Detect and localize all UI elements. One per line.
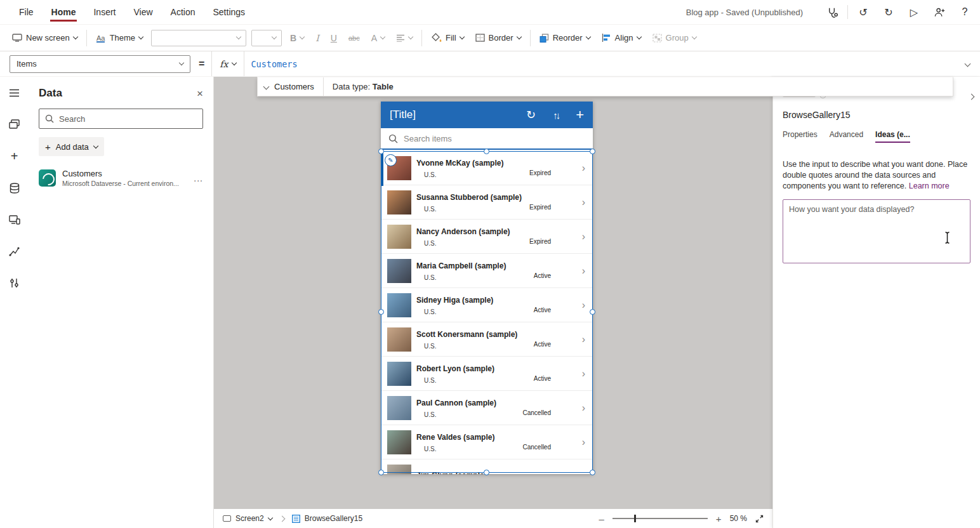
chevron-right-icon[interactable]: › bbox=[582, 300, 585, 311]
controls-settings-icon[interactable] bbox=[0, 267, 29, 299]
edit-item-pencil-icon[interactable]: ✎ bbox=[385, 154, 397, 166]
formula-bar-expand-button[interactable] bbox=[955, 51, 980, 76]
fill-button[interactable]: Fill bbox=[425, 28, 470, 48]
resize-handle-bottom-left[interactable] bbox=[378, 470, 384, 475]
theme-button[interactable]: Aa Theme bbox=[90, 28, 149, 48]
property-select[interactable]: Items bbox=[10, 55, 190, 73]
insert-icon[interactable]: + bbox=[0, 140, 29, 172]
right-panel-tab[interactable]: Properties bbox=[783, 130, 818, 143]
right-panel-tab[interactable]: Advanced bbox=[830, 130, 863, 143]
design-canvas[interactable]: [Title] ↻ ↑↓ + Search items Yvonne McKay… bbox=[214, 77, 772, 528]
bold-button[interactable]: B bbox=[284, 28, 310, 48]
resize-handle-top-middle[interactable] bbox=[484, 148, 489, 154]
chevron-right-icon[interactable]: › bbox=[582, 162, 585, 174]
add-data-button[interactable]: + Add data bbox=[39, 137, 104, 156]
menu-item[interactable]: Home bbox=[43, 0, 85, 24]
app-search-bar[interactable]: Search items bbox=[381, 128, 593, 150]
font-color-button[interactable]: A bbox=[366, 28, 390, 48]
add-item-icon[interactable]: + bbox=[576, 108, 584, 122]
refresh-icon[interactable]: ↻ bbox=[526, 109, 536, 121]
underline-button[interactable]: U bbox=[325, 28, 343, 48]
ideas-input[interactable] bbox=[783, 199, 970, 263]
resize-handle-middle-left[interactable] bbox=[378, 309, 384, 315]
gallery-item-text: Scott Konersmann (sample) U.S. bbox=[416, 329, 517, 350]
app-title-label[interactable]: [Title] bbox=[390, 109, 416, 121]
chevron-right-icon[interactable]: › bbox=[582, 197, 585, 208]
zoom-slider[interactable] bbox=[612, 518, 708, 519]
font-size-select[interactable] bbox=[251, 30, 282, 46]
resize-handle-middle-right[interactable] bbox=[590, 309, 595, 315]
resize-handle-bottom-middle[interactable] bbox=[484, 470, 489, 475]
app-checker-icon[interactable] bbox=[819, 0, 845, 24]
menu-item[interactable]: View bbox=[124, 0, 161, 24]
resize-handle-top-right[interactable] bbox=[590, 148, 595, 154]
formula-input[interactable]: Customers bbox=[244, 51, 955, 76]
gallery-item-row[interactable]: Paul Cannon (sample) U.S. Cancelled › bbox=[381, 391, 593, 425]
data-icon[interactable] bbox=[0, 172, 29, 204]
zoom-out-icon[interactable]: – bbox=[599, 513, 604, 524]
fx-dropdown[interactable]: fx bbox=[211, 51, 244, 76]
gallery-item-row[interactable]: Robert Lyon (sample) U.S. Active › bbox=[381, 357, 593, 391]
gallery-item-row[interactable]: Yvonne McKay (sample) U.S. Expired › bbox=[381, 151, 593, 185]
menu-item[interactable]: Insert bbox=[84, 0, 124, 24]
new-screen-button[interactable]: New screen bbox=[6, 28, 83, 48]
right-panel-tab[interactable]: Ideas (e... bbox=[875, 130, 910, 143]
more-options-icon[interactable]: ... bbox=[194, 173, 203, 183]
app-header[interactable]: [Title] ↻ ↑↓ + bbox=[381, 102, 593, 128]
chevron-right-icon[interactable]: › bbox=[582, 471, 585, 475]
advanced-tools-icon[interactable] bbox=[0, 235, 29, 267]
resize-handle-top-left[interactable] bbox=[378, 148, 384, 154]
chevron-right-icon[interactable]: › bbox=[582, 437, 585, 448]
gallery-item-row[interactable]: Susanna Stubberod (sample) U.S. Expired … bbox=[381, 185, 593, 220]
chevron-right-icon[interactable]: › bbox=[582, 265, 585, 277]
chevron-right-icon[interactable]: › bbox=[582, 231, 585, 242]
help-icon[interactable]: ? bbox=[952, 0, 977, 24]
undo-icon[interactable]: ↺ bbox=[851, 0, 876, 24]
fit-to-window-icon[interactable] bbox=[755, 515, 764, 523]
zoom-in-icon[interactable]: + bbox=[716, 513, 722, 524]
menu-item[interactable]: Action bbox=[162, 0, 204, 24]
redo-icon[interactable]: ↻ bbox=[876, 0, 901, 24]
phone-screen-preview[interactable]: [Title] ↻ ↑↓ + Search items Yvonne McKay… bbox=[381, 102, 593, 474]
gallery-item-name: Jim Glynn (sample) bbox=[416, 471, 487, 475]
gallery-item-row[interactable]: Scott Konersmann (sample) U.S. Active › bbox=[381, 322, 593, 357]
collapse-panel-button[interactable] bbox=[969, 90, 974, 102]
data-panel-title: Data bbox=[39, 87, 62, 100]
group-button[interactable]: Group bbox=[647, 28, 702, 48]
data-search-input[interactable] bbox=[59, 114, 197, 124]
chevron-right-icon[interactable]: › bbox=[582, 402, 585, 414]
control-breadcrumb[interactable]: BrowseGallery15 bbox=[292, 514, 362, 523]
gallery-item-row[interactable]: Sidney Higa (sample) U.S. Active › bbox=[381, 288, 593, 322]
screen-selector[interactable]: Screen2 bbox=[223, 514, 272, 523]
preview-play-icon[interactable]: ▷ bbox=[901, 0, 927, 24]
menu-item[interactable]: File bbox=[10, 0, 43, 24]
share-icon[interactable] bbox=[927, 0, 952, 24]
zoom-slider-thumb[interactable] bbox=[634, 515, 636, 522]
tree-view-icon[interactable] bbox=[0, 109, 29, 140]
close-icon[interactable]: × bbox=[197, 88, 203, 99]
learn-more-link[interactable]: Learn more bbox=[909, 182, 950, 190]
gallery-item-subtitle: U.S. bbox=[424, 171, 503, 178]
italic-button[interactable]: I bbox=[310, 28, 325, 48]
reorder-button[interactable]: Reorder bbox=[534, 28, 596, 48]
gallery-item-text: Maria Campbell (sample) U.S. bbox=[416, 260, 506, 281]
align-button[interactable]: Align bbox=[596, 28, 647, 48]
gallery-item-subtitle: U.S. bbox=[424, 411, 496, 418]
menu-item[interactable]: Settings bbox=[204, 0, 255, 24]
sort-icon[interactable]: ↑↓ bbox=[553, 110, 559, 120]
text-align-button[interactable] bbox=[390, 28, 418, 48]
data-source-row[interactable]: Customers Microsoft Dataverse - Current … bbox=[39, 169, 203, 187]
chevron-right-icon[interactable]: › bbox=[582, 334, 585, 345]
gallery-item-row[interactable]: Maria Campbell (sample) U.S. Active › bbox=[381, 254, 593, 288]
chevron-right-icon[interactable]: › bbox=[582, 368, 585, 380]
strikethrough-button[interactable]: abc bbox=[343, 28, 366, 48]
font-family-select[interactable] bbox=[151, 30, 246, 46]
media-icon[interactable] bbox=[0, 204, 29, 235]
intellisense-popup[interactable]: Customers Data type: Table bbox=[257, 77, 953, 96]
status-badge: Active bbox=[534, 375, 551, 382]
border-button[interactable]: Border bbox=[470, 28, 527, 48]
resize-handle-bottom-right[interactable] bbox=[590, 470, 595, 475]
gallery-item-row[interactable]: Rene Valdes (sample) U.S. Cancelled › bbox=[381, 425, 593, 459]
hamburger-menu-icon[interactable] bbox=[0, 77, 29, 109]
gallery-item-row[interactable]: Nancy Anderson (sample) U.S. Expired › bbox=[381, 220, 593, 254]
